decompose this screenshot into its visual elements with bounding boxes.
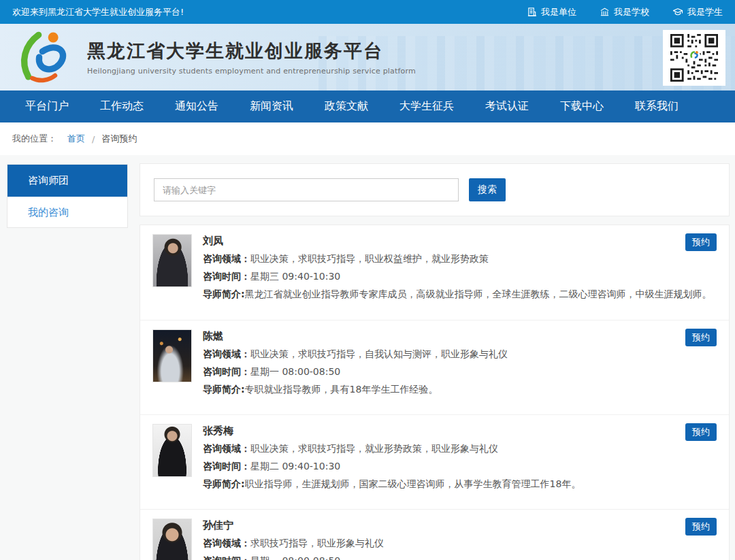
consultant-bio-line: 导师简介:职业指导师，生涯规划师，国家二级心理咨询师，从事学生教育管理工作18年…: [203, 478, 581, 491]
search-card: 搜索: [140, 163, 730, 216]
search-input[interactable]: [154, 178, 459, 201]
time-label: 咨询时间：: [203, 271, 250, 282]
bio-value: 黑龙江省就业创业指导教师专家库成员，高级就业指导师，全球生涯教练，二级心理咨询师…: [245, 289, 712, 299]
nav-item-6[interactable]: 考试认证: [470, 90, 544, 122]
school-icon: [600, 7, 610, 17]
consultant-info: 陈燃 咨询领域：职业决策，求职技巧指导，自我认知与测评，职业形象与礼仪 咨询时间…: [203, 329, 508, 406]
field-value: 职业决策，求职技巧指导，职业权益维护，就业形势政策: [250, 253, 489, 264]
topbar-links: 我是单位 我是学校 我是学生: [527, 6, 723, 18]
site-title: 黑龙江省大学生就业创业服务平台: [87, 39, 416, 63]
nav-item-2[interactable]: 通知公告: [159, 90, 234, 122]
breadcrumb: 我的位置： 首页 / 咨询预约: [0, 122, 735, 155]
consultant-photo: [152, 424, 192, 477]
building-icon: [527, 7, 537, 17]
topbar: 欢迎来到黑龙江省大学生就业创业服务平台! 我是单位 我是学校: [0, 0, 735, 24]
nav-item-0[interactable]: 平台门户: [10, 90, 84, 122]
consultant-bio-line: 导师简介:专职就业指导教师，具有18年学生工作经验。: [203, 383, 508, 396]
search-button[interactable]: 搜索: [469, 178, 506, 201]
consultant-photo: [152, 234, 192, 287]
nav-item-5[interactable]: 大学生征兵: [384, 90, 470, 122]
consultant-field-line: 咨询领域：求职技巧指导，职业形象与礼仪: [203, 537, 384, 550]
time-label: 咨询时间：: [203, 461, 250, 472]
consultant-info: 刘凤 咨询领域：职业决策，求职技巧指导，职业权益维护，就业形势政策 咨询时间：星…: [203, 234, 712, 311]
reserve-button[interactable]: 预约: [685, 518, 717, 536]
site-header: 黑龙江省大学生就业创业服务平台 Heilongjiang university …: [0, 24, 735, 90]
consultant-field-line: 咨询领域：职业决策，求职技巧指导，就业形势政策，职业形象与礼仪: [203, 442, 581, 455]
qr-code: [663, 30, 725, 86]
consultant-field-line: 咨询领域：职业决策，求职技巧指导，职业权益维护，就业形势政策: [203, 252, 712, 265]
main-panel: 搜索 刘凤 咨询领域：职业决策，求职技巧指导，职业权益维护，就业形势政策 咨询时…: [140, 163, 730, 560]
topbar-link-employer[interactable]: 我是单位: [527, 6, 576, 18]
time-value: 星期三 09:40-10:30: [250, 271, 340, 282]
consultant-field-line: 咨询领域：职业决策，求职技巧指导，自我认知与测评，职业形象与礼仪: [203, 348, 508, 361]
nav-item-3[interactable]: 新闻资讯: [234, 90, 309, 122]
nav-item-4[interactable]: 政策文献: [309, 90, 384, 122]
consultant-time-line: 咨询时间：星期一 08:00-08:50: [203, 555, 384, 560]
consultant-info: 张秀梅 咨询领域：职业决策，求职技巧指导，就业形势政策，职业形象与礼仪 咨询时间…: [203, 424, 581, 500]
consultant-entry: 张秀梅 咨询领域：职业决策，求职技巧指导，就业形势政策，职业形象与礼仪 咨询时间…: [140, 414, 729, 509]
graduation-cap-icon: [672, 7, 683, 17]
time-value: 星期一 08:00-08:50: [250, 555, 340, 560]
bio-label: 导师简介:: [203, 289, 245, 299]
nav-item-7[interactable]: 下载中心: [544, 90, 619, 122]
topbar-link-label: 我是学校: [614, 6, 649, 18]
welcome-text: 欢迎来到黑龙江省大学生就业创业服务平台!: [12, 6, 184, 18]
main-nav: 平台门户工作动态通知公告新闻资讯政策文献大学生征兵考试认证下载中心联系我们: [0, 90, 735, 122]
consultant-name: 陈燃: [203, 330, 508, 343]
field-value: 求职技巧指导，职业形象与礼仪: [250, 538, 384, 548]
breadcrumb-home-link[interactable]: 首页: [67, 133, 85, 145]
topbar-link-label: 我是学生: [687, 6, 723, 18]
site-subtitle: Heilongjiang university students employm…: [87, 67, 416, 76]
breadcrumb-prefix: 我的位置：: [12, 133, 56, 145]
consultant-time-line: 咨询时间：星期一 08:00-08:50: [203, 365, 508, 378]
time-label: 咨询时间：: [203, 555, 250, 560]
sidebar-item-my-consultations[interactable]: 我的咨询: [7, 197, 127, 227]
topbar-link-school[interactable]: 我是学校: [600, 6, 649, 18]
sidebar: 咨询师团 我的咨询: [7, 164, 128, 228]
consultant-name: 孙佳宁: [203, 519, 384, 532]
reserve-button[interactable]: 预约: [685, 329, 717, 346]
bio-value: 职业指导师，生涯规划师，国家二级心理咨询师，从事学生教育管理工作18年。: [245, 478, 581, 489]
consultant-time-line: 咨询时间：星期二 09:40-10:30: [203, 460, 581, 473]
breadcrumb-separator: /: [92, 134, 95, 144]
site-logo-icon: [12, 29, 78, 86]
topbar-link-label: 我是单位: [541, 6, 576, 18]
consultant-entry: 孙佳宁 咨询领域：求职技巧指导，职业形象与礼仪 咨询时间：星期一 08:00-0…: [140, 509, 729, 560]
bio-label: 导师简介:: [203, 478, 245, 489]
consultant-photo: [152, 329, 192, 382]
consultant-entry: 刘凤 咨询领域：职业决策，求职技巧指导，职业权益维护，就业形势政策 咨询时间：星…: [140, 225, 729, 320]
consultant-bio-line: 导师简介:黑龙江省就业创业指导教师专家库成员，高级就业指导师，全球生涯教练，二级…: [203, 288, 712, 301]
breadcrumb-current: 咨询预约: [101, 133, 137, 145]
bio-value: 专职就业指导教师，具有18年学生工作经验。: [245, 384, 438, 395]
consultant-entry: 陈燃 咨询领域：职业决策，求职技巧指导，自我认知与测评，职业形象与礼仪 咨询时间…: [140, 320, 729, 414]
title-block: 黑龙江省大学生就业创业服务平台 Heilongjiang university …: [87, 39, 416, 76]
field-label: 咨询领域：: [203, 348, 250, 359]
field-label: 咨询领域：: [203, 253, 250, 264]
field-value: 职业决策，求职技巧指导，自我认知与测评，职业形象与礼仪: [250, 348, 508, 359]
consultant-photo: [152, 518, 192, 560]
reserve-button[interactable]: 预约: [685, 423, 717, 441]
field-label: 咨询领域：: [203, 538, 250, 548]
time-value: 星期一 08:00-08:50: [250, 366, 340, 377]
field-value: 职业决策，求职技巧指导，就业形势政策，职业形象与礼仪: [250, 443, 498, 454]
topbar-link-student[interactable]: 我是学生: [672, 6, 723, 18]
consultant-name: 刘凤: [203, 235, 712, 248]
bio-label: 导师简介:: [203, 384, 245, 395]
content-area: 咨询师团 我的咨询 搜索 刘凤 咨询领域：职业决策，求职技巧指导，职业权益维护，…: [0, 155, 735, 560]
time-value: 星期二 09:40-10:30: [250, 461, 340, 472]
consultant-list: 刘凤 咨询领域：职业决策，求职技巧指导，职业权益维护，就业形势政策 咨询时间：星…: [140, 225, 730, 560]
time-label: 咨询时间：: [203, 366, 250, 377]
sidebar-item-consultant-team[interactable]: 咨询师团: [7, 165, 127, 197]
field-label: 咨询领域：: [203, 443, 250, 454]
consultant-name: 张秀梅: [203, 425, 581, 438]
consultant-time-line: 咨询时间：星期三 09:40-10:30: [203, 270, 712, 283]
reserve-button[interactable]: 预约: [685, 233, 717, 251]
nav-item-1[interactable]: 工作动态: [84, 90, 159, 122]
nav-item-8[interactable]: 联系我们: [619, 90, 694, 122]
consultant-info: 孙佳宁 咨询领域：求职技巧指导，职业形象与礼仪 咨询时间：星期一 08:00-0…: [203, 518, 384, 560]
